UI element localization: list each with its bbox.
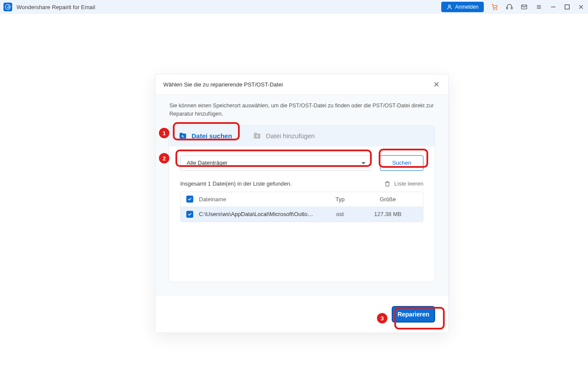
select-file-dialog: Wählen Sie die zu reparierende PST/OST-D… xyxy=(155,74,449,333)
svg-point-0 xyxy=(449,5,451,7)
cell-size: 127.38 MB xyxy=(360,211,416,217)
search-button[interactable]: Suchen xyxy=(380,155,423,171)
search-panel: Datei suchen Datei hinzufügen Alle Daten… xyxy=(168,125,435,283)
dialog-header: Wählen Sie die zu reparierende PST/OST-D… xyxy=(155,74,448,95)
dialog-title: Wählen Sie die zu reparierende PST/OST-D… xyxy=(163,81,283,88)
mail-icon[interactable] xyxy=(520,3,528,11)
col-type: Typ xyxy=(320,196,360,203)
close-button[interactable] xyxy=(578,3,585,10)
row-checkbox[interactable] xyxy=(186,211,193,218)
cart-icon[interactable] xyxy=(491,3,499,11)
folder-search-icon xyxy=(178,132,187,140)
table-header: Dateiname Typ Größe xyxy=(181,192,423,207)
svg-point-7 xyxy=(182,135,183,137)
minimize-button[interactable] xyxy=(550,3,557,10)
maximize-button[interactable] xyxy=(564,3,571,10)
svg-rect-4 xyxy=(511,7,512,9)
clear-list-button[interactable]: Liste leeren xyxy=(384,180,423,187)
tab-add-label: Datei hinzufügen xyxy=(266,132,315,140)
found-count-text: Insgesamt 1 Datei(en) in der Liste gefun… xyxy=(180,180,292,187)
table-row[interactable]: C:\Users\ws\AppData\Local\Microsoft\Outl… xyxy=(181,207,423,222)
tab-search-label: Datei suchen xyxy=(192,132,232,140)
clear-list-label: Liste leeren xyxy=(394,180,423,187)
col-name: Dateiname xyxy=(199,196,320,203)
select-all-checkbox[interactable] xyxy=(186,196,193,203)
tab-add-file[interactable]: Datei hinzufügen xyxy=(248,129,319,143)
app-title: Wondershare Repairit for Email xyxy=(17,4,95,10)
app-logo-icon xyxy=(3,3,12,11)
dialog-close-button[interactable] xyxy=(433,80,440,88)
svg-rect-3 xyxy=(506,7,508,9)
menu-icon[interactable] xyxy=(535,3,543,11)
login-button[interactable]: Anmelden xyxy=(441,2,484,12)
repair-button[interactable]: Reparieren xyxy=(392,306,435,323)
dialog-description: Sie können einen Speicherort auswählen, … xyxy=(168,102,435,118)
title-bar: Wondershare Repairit for Email Anmelden xyxy=(0,0,588,14)
file-table: Dateiname Typ Größe C:\Users\ws\AppData\… xyxy=(180,192,423,222)
col-size: Größe xyxy=(360,196,416,203)
svg-point-1 xyxy=(493,9,494,10)
folder-add-icon xyxy=(253,132,261,140)
login-label: Anmelden xyxy=(455,4,479,10)
dropdown-value: Alle Datenträger xyxy=(187,160,228,166)
svg-point-2 xyxy=(496,9,497,10)
tab-search-file[interactable]: Datei suchen xyxy=(174,129,236,143)
cell-type: ost xyxy=(320,211,360,217)
svg-rect-6 xyxy=(565,5,569,9)
dialog-footer: Reparieren xyxy=(155,295,448,333)
tab-bar: Datei suchen Datei hinzufügen xyxy=(169,126,435,146)
trash-icon xyxy=(384,180,391,187)
drive-dropdown[interactable]: Alle Datenträger xyxy=(180,155,371,171)
cell-path: C:\Users\ws\AppData\Local\Microsoft\Outl… xyxy=(199,211,320,217)
headset-icon[interactable] xyxy=(505,3,513,11)
